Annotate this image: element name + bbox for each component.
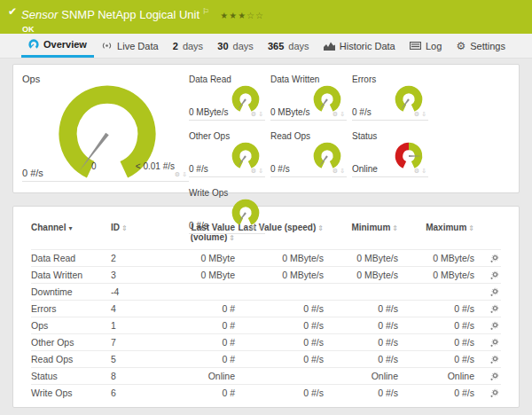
tab-historic-data[interactable]: Historic Data — [317, 34, 403, 58]
sensor-title-block: SensorSNMP NetApp Logical Unit⚐★★★☆☆ OK — [21, 4, 264, 34]
star-icon[interactable]: ☆ — [255, 11, 264, 20]
tab-overview[interactable]: Overview — [21, 34, 94, 58]
gauge-label: Read Ops — [270, 129, 347, 141]
maximum-cell: 0 #/s — [398, 388, 474, 398]
channel-cell: Status — [31, 371, 111, 381]
tab-number: 30 — [217, 41, 228, 51]
status-ok-icon: ✔ — [8, 4, 17, 19]
pin-icon[interactable]: ⇩ — [340, 111, 345, 117]
channel-settings-icon[interactable] — [489, 304, 499, 314]
pin-icon[interactable]: ⇩ — [421, 168, 426, 174]
chart-icon — [324, 42, 335, 51]
row-ops: Ops 1 0 # 0 #/s 0 #/s 0 #/s — [31, 317, 501, 333]
maximum-cell: 0 #/s — [398, 303, 474, 314]
channel-settings-icon[interactable] — [489, 270, 499, 280]
minimum-cell: 0 #/s — [324, 337, 398, 348]
star-icon[interactable]: ★ — [229, 11, 238, 20]
channel-cell: Other Ops — [31, 337, 111, 348]
channel-cell: Downtime — [31, 286, 111, 297]
small-gauges-grid: Data Read 0 MByte/s ⚙⇩ Data Written 0 MB… — [189, 72, 510, 185]
gauge-label: Status — [352, 129, 428, 141]
id-cell: 3 — [111, 270, 160, 280]
pin-icon[interactable]: ⇩ — [340, 168, 345, 174]
tab-label: days — [233, 41, 254, 51]
live-data-icon — [101, 41, 113, 51]
gear-icon[interactable]: ⚙ — [332, 168, 338, 174]
gauge-value: 0 #/s — [352, 107, 372, 117]
gauge-label: Other Ops — [189, 129, 265, 141]
minimum-cell: Online — [324, 371, 398, 381]
divider — [270, 120, 347, 121]
gauges-panel: Ops 0 < 0.01 #/s 0 #/s ⚙⇩ Data Read 0 MB… — [12, 64, 520, 193]
column-header-channel[interactable]: Channel▾ — [31, 223, 111, 232]
sensor-header: ✔ SensorSNMP NetApp Logical Unit⚐★★★☆☆ O… — [0, 0, 532, 34]
gauge-value: 0 MByte/s — [270, 107, 309, 117]
divider — [189, 120, 265, 121]
gauge-label: Data Written — [270, 72, 347, 84]
gauge-value: 0 MByte/s — [189, 107, 228, 117]
volume-cell: 0 # — [160, 388, 235, 398]
divider — [270, 176, 347, 177]
maximum-cell: Online — [398, 371, 474, 381]
gear-icon[interactable]: ⚙ — [332, 111, 338, 117]
gear-icon[interactable]: ⚙ — [175, 171, 180, 177]
id-cell: -4 — [111, 286, 160, 297]
gauge-icon — [28, 39, 39, 50]
gauge-data-read: Data Read 0 MByte/s ⚙⇩ — [189, 72, 270, 129]
star-icon[interactable]: ☆ — [246, 11, 255, 20]
channel-settings-icon[interactable] — [489, 321, 499, 331]
tab-2-days[interactable]: 2 days — [166, 34, 210, 58]
gear-icon[interactable]: ⚙ — [414, 111, 419, 117]
star-icon[interactable]: ★ — [238, 11, 246, 20]
divider — [352, 176, 428, 177]
pin-icon[interactable]: ⇩ — [421, 111, 426, 117]
row-downtime: Downtime -4 — [31, 283, 501, 300]
channel-settings-icon[interactable] — [489, 338, 499, 348]
tab-label: days — [183, 41, 203, 51]
tab-365-days[interactable]: 365 days — [261, 34, 317, 58]
maximum-cell: 0 #/s — [398, 354, 474, 364]
channel-settings-icon[interactable] — [489, 355, 499, 364]
tab-label: Overview — [43, 39, 87, 50]
flag-icon[interactable]: ⚐ — [202, 7, 209, 16]
gear-icon[interactable]: ⚙ — [251, 111, 256, 117]
pin-icon[interactable]: ⇩ — [258, 111, 263, 117]
gauge-status: Status Online ⚙⇩ — [352, 129, 434, 185]
channel-settings-icon[interactable] — [489, 254, 499, 263]
tab-live-data[interactable]: Live Data — [94, 34, 165, 58]
id-cell: 7 — [111, 337, 160, 348]
tab-log[interactable]: Log — [403, 34, 449, 58]
divider — [189, 176, 265, 177]
star-icon[interactable]: ★ — [220, 11, 229, 20]
row-status: Status 8 Online Online Online — [31, 367, 501, 384]
maximum-cell: 0 MByte/s — [398, 270, 474, 280]
column-header-maximum[interactable]: Maximum⇕ — [398, 223, 474, 232]
speed-cell: 0 #/s — [235, 354, 324, 364]
id-cell: 8 — [111, 371, 160, 381]
gear-icon[interactable]: ⚙ — [251, 168, 256, 174]
volume-cell: Online — [160, 371, 235, 381]
row-write-ops: Write Ops 6 0 # 0 #/s 0 #/s 0 #/s — [31, 384, 501, 401]
minimum-cell: 0 #/s — [324, 388, 398, 398]
pin-icon[interactable]: ⇩ — [258, 224, 263, 231]
channel-cell: Data Read — [31, 253, 111, 263]
maximum-cell: 0 #/s — [398, 320, 474, 331]
volume-cell: 0 # — [160, 320, 235, 331]
priority-stars[interactable]: ★★★☆☆ — [220, 11, 264, 20]
tab-number: 365 — [268, 41, 284, 51]
pin-icon[interactable]: ⇩ — [258, 168, 263, 174]
gear-icon[interactable]: ⚙ — [414, 168, 419, 174]
channel-settings-icon[interactable] — [489, 287, 499, 297]
gauge-value: 0 #/s — [189, 164, 208, 174]
id-cell: 4 — [111, 303, 160, 314]
column-header-minimum[interactable]: Minimum⇕ — [324, 223, 398, 232]
gear-icon[interactable]: ⚙ — [251, 224, 256, 231]
channel-settings-icon[interactable] — [489, 388, 499, 398]
gauge-other-ops: Other Ops 0 #/s ⚙⇩ — [189, 129, 270, 185]
tab-settings[interactable]: ⚙ Settings — [449, 34, 512, 58]
channel-settings-icon[interactable] — [489, 372, 499, 381]
pin-icon[interactable]: ⇩ — [182, 171, 187, 177]
tab-30-days[interactable]: 30 days — [210, 34, 261, 58]
column-header-id[interactable]: ID⇕ — [111, 223, 160, 232]
channel-cell: Errors — [31, 303, 111, 314]
